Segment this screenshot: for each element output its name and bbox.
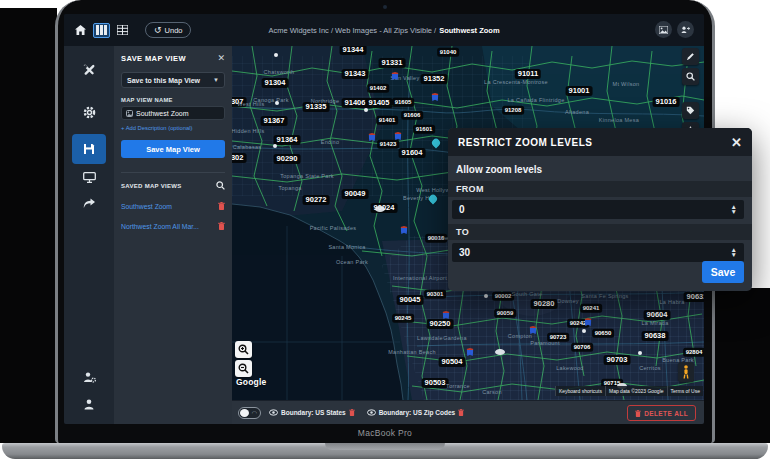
map-attribution: Keyboard shortcuts Map data ©2023 Google… (555, 386, 703, 396)
grid-icon (117, 25, 128, 35)
zip-label: 91302 (232, 153, 246, 163)
town-label: Lawndale (417, 335, 443, 341)
modal-save-button[interactable]: Save (702, 261, 744, 283)
user-settings-button[interactable] (64, 372, 114, 383)
town-label: Calabasas (233, 144, 262, 150)
zoom-out-button[interactable] (235, 360, 252, 377)
boundary-row-us-states[interactable]: Boundary: US States (269, 409, 355, 416)
tools-button[interactable] (64, 64, 114, 76)
grid-view-button[interactable] (114, 23, 131, 38)
breadcrumb-current: Southwest Zoom (439, 26, 499, 35)
zip-label: 91601 (413, 125, 435, 134)
route-marker (495, 349, 505, 355)
panel-close-button[interactable]: ✕ (217, 54, 225, 63)
saved-view-row[interactable]: Southwest Zoom (121, 196, 225, 216)
zip-label: 91605 (392, 98, 414, 107)
draw-tool-button[interactable] (682, 48, 699, 65)
delete-all-button[interactable]: DELETE ALL (627, 405, 696, 421)
trash-icon[interactable] (458, 409, 464, 416)
town-label: Topanga State Park (280, 173, 334, 179)
zip-label: 90504 (439, 357, 466, 367)
delete-all-label: DELETE ALL (644, 410, 688, 417)
eye-icon[interactable] (269, 409, 278, 416)
tools-icon (83, 64, 95, 76)
chevron-down-icon: ▼ (213, 77, 219, 83)
zoom-from-input[interactable]: 0 ▲▼ (452, 200, 744, 219)
profile-button[interactable] (64, 399, 114, 410)
trash-icon[interactable] (218, 202, 225, 210)
zip-label: 91208 (502, 106, 524, 115)
map-view-name-input[interactable]: Southwest Zoom (121, 106, 225, 120)
top-bar: ↺ Undo Acme Widgets Inc / Web Images - A… (64, 14, 704, 46)
share-view-button[interactable] (64, 198, 114, 209)
zip-label: 90290 (274, 154, 301, 164)
save-map-view-button[interactable]: Save Map View (121, 140, 225, 158)
boundary-row-us-zip-codes[interactable]: Boundary: US Zip Codes (367, 409, 465, 416)
poi-dot (484, 294, 488, 298)
breadcrumb: Acme Widgets Inc / Web Images - All Zips… (268, 14, 499, 46)
image-export-button[interactable] (655, 21, 672, 38)
save-target-dropdown[interactable]: Save to this Map View ▼ (121, 72, 225, 88)
zip-label: 91040 (437, 48, 459, 57)
gear-icon (83, 106, 96, 119)
saved-view-name[interactable]: Southwest Zoom (121, 203, 172, 210)
undo-icon: ↺ (154, 26, 162, 35)
town-label: Lakewood (556, 365, 583, 371)
device-label: MacBook Pro (55, 428, 715, 438)
trash-icon[interactable] (218, 222, 225, 230)
zip-label: 91606 (401, 111, 423, 120)
map-view-button[interactable] (93, 23, 110, 38)
zip-label: 91402 (367, 84, 389, 93)
modal-title: RESTRICT ZOOM LEVELS (458, 137, 592, 148)
modal-close-button[interactable]: ✕ (731, 136, 742, 149)
stepper-arrows[interactable]: ▲▼ (731, 205, 737, 213)
zip-label: 90703 (604, 355, 631, 365)
google-logo: Google (236, 377, 266, 387)
map-view-icon (126, 110, 133, 117)
saved-view-name[interactable]: Northwest Zoom All Mar... (121, 223, 199, 230)
toggle-glyph: ◠ (252, 409, 257, 416)
add-description-link[interactable]: + Add Description (optional) (121, 125, 225, 131)
image-icon (659, 26, 668, 34)
town-label: Encino (321, 139, 340, 145)
zip-label: 90002 (492, 292, 514, 301)
zip-label: 91331 (379, 58, 406, 68)
map-search-button[interactable] (682, 68, 699, 85)
eye-icon[interactable] (367, 409, 376, 416)
user-gear-icon (83, 372, 96, 383)
collaborate-button[interactable] (677, 21, 694, 38)
zip-label: 91401 (376, 116, 398, 125)
town-label: Northridge (311, 98, 340, 104)
zip-label: 91423 (377, 140, 399, 149)
stepper-arrows[interactable]: ▲▼ (731, 248, 737, 256)
display-button[interactable] (64, 172, 114, 183)
poi-dot (274, 53, 278, 57)
zip-label: 90503 (422, 378, 449, 388)
save-map-view-nav-button[interactable] (72, 134, 106, 164)
zoom-to-input[interactable]: 30 ▲▼ (452, 243, 744, 262)
from-label: FROM (448, 181, 752, 197)
map-data-credit: Map data ©2023 Google (605, 386, 667, 396)
map-pin (430, 137, 441, 148)
zip-label: 90604 (644, 310, 671, 320)
trash-icon[interactable] (349, 409, 355, 416)
keyboard-shortcuts-link[interactable]: Keyboard shortcuts (555, 386, 605, 396)
zip-label: 90280 (531, 299, 558, 309)
town-label: Manhattan Beach (388, 349, 436, 355)
search-icon[interactable] (216, 181, 225, 190)
town-label: Ocean Park (336, 259, 368, 265)
poi-dot (275, 101, 279, 105)
boundary-opacity-toggle[interactable]: ◠ (238, 407, 261, 419)
settings-button[interactable] (64, 106, 114, 119)
zoom-in-button[interactable] (235, 341, 252, 358)
home-button[interactable] (72, 23, 89, 38)
to-label: TO (448, 224, 752, 240)
street-view-pegman[interactable] (678, 362, 694, 382)
zoom-to-value: 30 (459, 247, 470, 258)
terms-of-use-link[interactable]: Terms of Use (667, 386, 703, 396)
zip-label: 90638 (642, 331, 669, 341)
label-tool-button[interactable] (682, 102, 699, 119)
undo-button[interactable]: ↺ Undo (145, 22, 191, 38)
poi-dot (273, 144, 277, 148)
saved-view-row[interactable]: Northwest Zoom All Mar... (121, 216, 225, 236)
